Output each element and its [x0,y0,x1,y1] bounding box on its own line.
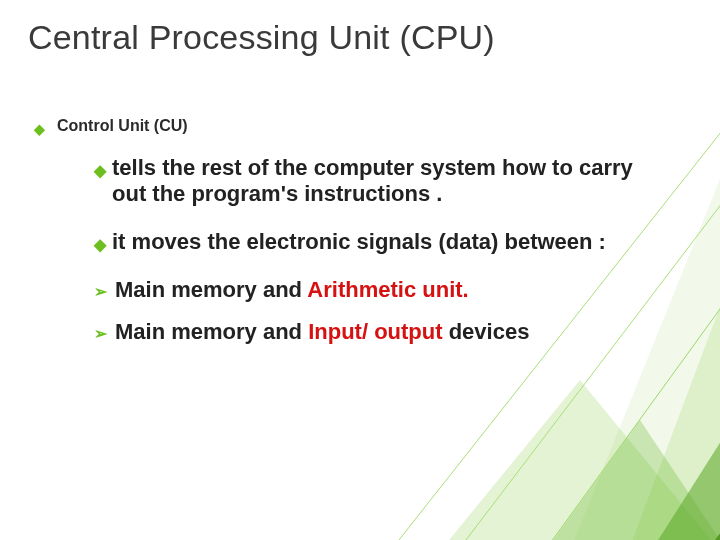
item1-lead: tells [112,155,156,180]
item4-suffix: devices [443,319,530,344]
diamond-bullet-icon: ◆ [34,121,45,137]
bullet-level2-item: ◆ it moves the electronic signals (data)… [94,229,654,255]
item4-prefix: Main memory [115,319,263,344]
diamond-bullet-icon: ◆ [94,161,106,180]
chevron-bullet-icon: ➢ [94,324,107,343]
svg-marker-5 [670,480,720,540]
item3-prefix: Main memory [115,277,257,302]
slide-content: ◆ Control Unit (CU) ◆ tells the rest of … [34,117,692,345]
lvl1-label: Control Unit (CU) [57,117,188,135]
bullet-level2-item: ◆ tells the rest of the computer system … [94,155,654,207]
item1-rest: the rest of the computer system how to c… [112,155,633,206]
svg-marker-2 [400,380,720,540]
svg-marker-3 [510,420,720,540]
chevron-bullet-icon: ➢ [94,282,107,301]
item4-mid: and [263,319,308,344]
bullet-level1: ◆ Control Unit (CU) [34,117,692,137]
item2-lead: it [112,229,125,254]
item3-mid: and [257,277,308,302]
svg-marker-4 [620,380,720,540]
item3-highlight: Arithmetic unit. [307,277,468,302]
slide-title: Central Processing Unit (CPU) [28,18,692,57]
item4-highlight: Input/ output [308,319,442,344]
diamond-bullet-icon: ◆ [94,235,106,254]
bullet-chevron-item: ➢ Main memory and Input/ output devices [94,319,654,345]
item2-rest: moves the electronic signals (data) betw… [125,229,605,254]
bullet-chevron-item: ➢ Main memory and Arithmetic unit. [94,277,654,303]
